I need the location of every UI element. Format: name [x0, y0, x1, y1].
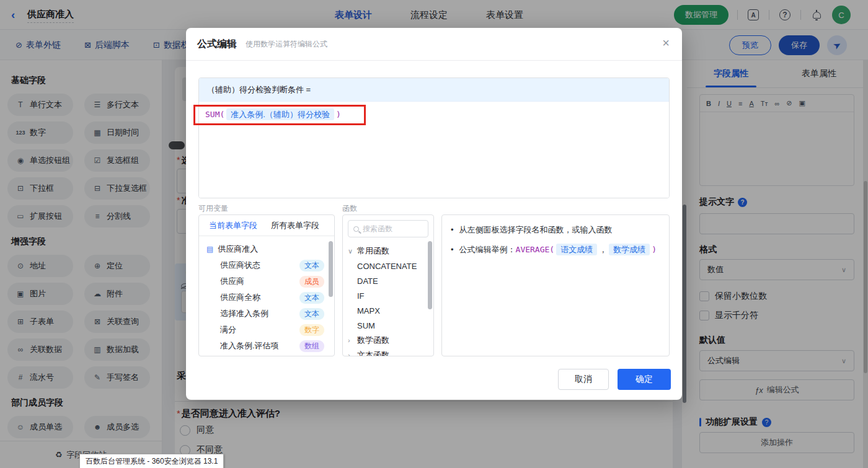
example-comma: ， [599, 245, 607, 254]
variable-row[interactable]: 准入条例.评估项 数组 [206, 338, 328, 354]
dialog-title: 公式编辑 [197, 38, 237, 51]
type-badge: 数字 [299, 324, 324, 336]
tree-root-form[interactable]: ▤ 供应商准入 [206, 241, 328, 257]
formula-edit-dialog: 公式编辑 使用数学运算符编辑公式 × （辅助）得分检验判断条件 = SUM(准入… [186, 28, 682, 400]
formula-input-area[interactable]: SUM(准入条例.（辅助）得分校验) [199, 102, 669, 198]
function-item-date[interactable]: DATE [348, 273, 433, 288]
formula-editor-box: （辅助）得分检验判断条件 = SUM(准入条例.（辅助）得分校验) [198, 77, 670, 198]
variable-name: 供应商全称 [220, 292, 260, 303]
browser-status-tooltip: 百数后台管理系统 - 360安全浏览器 13.1 [79, 454, 224, 468]
function-search-input[interactable]: 搜索函数 [348, 220, 428, 237]
type-badge: 文本 [299, 292, 324, 304]
type-badge: 成员 [299, 276, 324, 288]
variable-name: 选择准入条例 [220, 308, 268, 319]
functions-label: 函数 [342, 203, 357, 214]
formula-function-name: SUM( [205, 110, 224, 119]
group-label: 文本函数 [357, 350, 389, 356]
variable-name: 供应商 [220, 276, 244, 287]
example-token: 语文成绩 [556, 244, 597, 255]
hint-line-2: • 公式编辑举例：AVERAGE(语文成绩，数学成绩) [451, 244, 660, 256]
confirm-button[interactable]: 确定 [618, 369, 671, 390]
chevron-collapsed-icon: › [348, 337, 353, 344]
hint-example: 公式编辑举例：AVERAGE(语文成绩，数学成绩) [459, 244, 657, 256]
hint-example-prefix: 公式编辑举例： [459, 245, 516, 254]
group-label: 数学函数 [357, 335, 389, 346]
variable-row[interactable]: 供应商 成员 [206, 273, 328, 289]
function-group-text[interactable]: › 文本函数 [348, 348, 433, 356]
dialog-footer: 取消 确定 [558, 369, 671, 390]
example-function-name: AVERAGE( [516, 245, 555, 254]
functions-panel: 搜索函数 ∨ 常用函数 CONCATENATE DATE IF MAPX SUM… [342, 214, 434, 356]
variable-row[interactable]: 供应商状态 文本 [206, 257, 328, 273]
variable-row[interactable]: 选择准入条例 文本 [206, 306, 328, 322]
variables-label: 可用变量 [198, 203, 228, 214]
tab-all-form-fields[interactable]: 所有表单字段 [271, 220, 319, 231]
function-group-math[interactable]: › 数学函数 [348, 333, 433, 348]
chevron-expanded-icon: ∨ [348, 247, 353, 255]
variable-row[interactable]: 供应商全称 文本 [206, 289, 328, 306]
formula-close-paren: ) [336, 110, 341, 119]
app-window: ‹ 供应商准入 表单设计 流程设定 表单设置 数据管理 A ? C ⊘ 表单外链… [0, 0, 868, 468]
variables-scrollbar-thumb[interactable] [329, 241, 333, 297]
variables-panel: 当前表单字段 所有表单字段 ▤ 供应商准入 供应商状态 文本 供应商 成员 供应… [198, 214, 335, 356]
function-item-mapx[interactable]: MAPX [348, 303, 433, 318]
hint-panel: • 从左侧面板选择字段名和函数，或输入函数 • 公式编辑举例：AVERAGE(语… [441, 214, 670, 356]
variables-tabs: 当前表单字段 所有表单字段 [199, 215, 334, 236]
example-token: 数学成绩 [609, 244, 650, 255]
variable-name: 满分 [220, 324, 236, 335]
search-icon [353, 226, 359, 232]
formula-target-bar: （辅助）得分检验判断条件 = [199, 78, 669, 102]
functions-scrollbar-thumb[interactable] [428, 241, 432, 309]
function-item-concatenate[interactable]: CONCATENATE [348, 258, 433, 273]
cancel-button[interactable]: 取消 [558, 369, 609, 390]
dialog-subtitle: 使用数学运算符编辑公式 [246, 39, 327, 50]
variable-name: 准入条例.评估项 [220, 340, 279, 351]
type-badge: 数组 [299, 340, 324, 352]
bullet-icon: • [451, 224, 454, 236]
function-item-sum[interactable]: SUM [348, 318, 433, 333]
functions-tree: ∨ 常用函数 CONCATENATE DATE IF MAPX SUM › 数学… [343, 242, 433, 356]
bullet-icon: • [451, 244, 454, 256]
variables-tree: ▤ 供应商准入 供应商状态 文本 供应商 成员 供应商全称 文本 选择准入条例 [199, 236, 334, 354]
type-badge: 文本 [299, 308, 324, 320]
variable-row[interactable]: 满分 数字 [206, 322, 328, 338]
example-close-paren: ) [652, 245, 657, 254]
tab-current-form-fields[interactable]: 当前表单字段 [209, 220, 257, 231]
function-item-if[interactable]: IF [348, 288, 433, 303]
close-icon[interactable]: × [662, 37, 670, 49]
formula-target-text: （辅助）得分检验判断条件 = [207, 84, 311, 95]
function-group-common[interactable]: ∨ 常用函数 [348, 244, 433, 258]
chevron-collapsed-icon: › [348, 351, 353, 356]
search-placeholder: 搜索函数 [363, 224, 392, 234]
formula-field-token[interactable]: 准入条例.（辅助）得分校验 [226, 108, 334, 120]
hint-text: 从左侧面板选择字段名和函数，或输入函数 [459, 224, 613, 236]
type-badge: 文本 [299, 260, 324, 272]
dialog-header: 公式编辑 使用数学运算符编辑公式 [186, 28, 682, 61]
document-icon: ▤ [206, 245, 213, 254]
group-label: 常用函数 [357, 245, 389, 257]
variable-name: 供应商状态 [220, 260, 260, 271]
tree-root-label: 供应商准入 [218, 244, 258, 255]
hint-line-1: • 从左侧面板选择字段名和函数，或输入函数 [451, 224, 660, 236]
